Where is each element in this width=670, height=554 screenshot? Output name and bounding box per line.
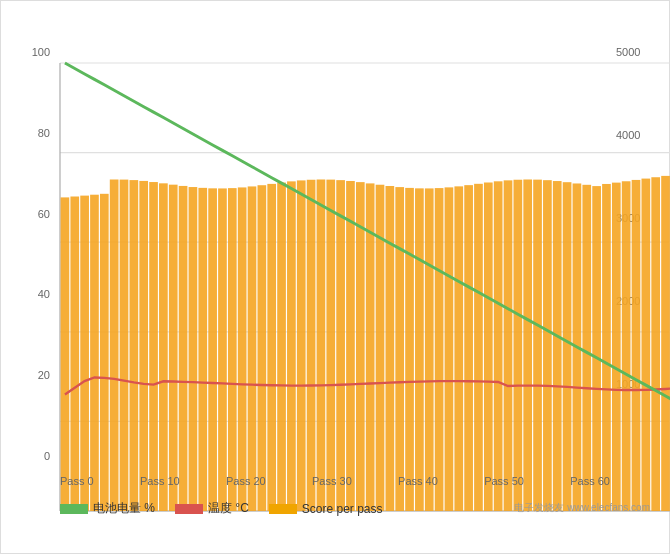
svg-rect-37 bbox=[346, 181, 355, 511]
svg-rect-62 bbox=[592, 186, 601, 511]
svg-rect-41 bbox=[386, 186, 395, 511]
svg-rect-59 bbox=[563, 182, 572, 511]
svg-rect-32 bbox=[297, 180, 306, 511]
x-axis: Pass 0 Pass 10 Pass 20 Pass 30 Pass 40 P… bbox=[60, 475, 610, 487]
svg-rect-18 bbox=[159, 183, 168, 511]
svg-rect-17 bbox=[149, 182, 158, 511]
legend-temperature-color bbox=[175, 504, 203, 514]
y-left-100: 100 bbox=[32, 47, 50, 58]
svg-rect-28 bbox=[258, 185, 267, 511]
svg-rect-51 bbox=[484, 182, 493, 511]
svg-rect-15 bbox=[130, 180, 139, 511]
x-pass50: Pass 50 bbox=[484, 475, 524, 487]
svg-rect-56 bbox=[533, 180, 542, 511]
y-left-80: 80 bbox=[38, 128, 50, 139]
svg-rect-33 bbox=[307, 180, 316, 511]
svg-rect-66 bbox=[632, 180, 641, 511]
svg-rect-63 bbox=[602, 184, 611, 511]
svg-rect-68 bbox=[651, 177, 660, 511]
svg-rect-31 bbox=[287, 181, 296, 511]
svg-rect-45 bbox=[425, 188, 434, 511]
legend-battery-label: 电池电量 % bbox=[93, 500, 155, 517]
svg-rect-27 bbox=[248, 186, 257, 511]
x-pass30: Pass 30 bbox=[312, 475, 352, 487]
y-axis-left: 100 80 60 40 20 0 bbox=[15, 47, 55, 462]
y-left-60: 60 bbox=[38, 209, 50, 220]
svg-rect-57 bbox=[543, 180, 552, 511]
svg-rect-22 bbox=[198, 188, 207, 511]
legend-score: Score per pass bbox=[269, 502, 383, 516]
svg-rect-10 bbox=[80, 196, 89, 511]
svg-rect-55 bbox=[523, 179, 532, 511]
svg-rect-53 bbox=[504, 180, 513, 511]
svg-rect-47 bbox=[445, 187, 454, 511]
legend-temperature-label: 温度 °C bbox=[208, 500, 249, 517]
svg-rect-8 bbox=[61, 197, 70, 511]
y-left-40: 40 bbox=[38, 289, 50, 300]
svg-rect-40 bbox=[376, 185, 385, 511]
x-pass20: Pass 20 bbox=[226, 475, 266, 487]
chart-container: 100 80 60 40 20 0 5000 4000 3000 2000 10… bbox=[15, 37, 655, 517]
legend-battery-color bbox=[60, 504, 88, 514]
x-pass0: Pass 0 bbox=[60, 475, 94, 487]
svg-rect-20 bbox=[179, 186, 188, 511]
svg-rect-46 bbox=[435, 188, 444, 511]
y-left-20: 20 bbox=[38, 370, 50, 381]
svg-rect-36 bbox=[336, 180, 345, 511]
svg-rect-69 bbox=[661, 176, 670, 511]
svg-rect-26 bbox=[238, 187, 247, 511]
svg-rect-34 bbox=[317, 179, 326, 511]
svg-rect-13 bbox=[110, 179, 119, 511]
svg-rect-48 bbox=[454, 186, 463, 511]
svg-rect-58 bbox=[553, 181, 562, 511]
svg-rect-35 bbox=[326, 180, 335, 511]
svg-rect-14 bbox=[120, 180, 129, 511]
svg-rect-9 bbox=[70, 197, 79, 511]
svg-rect-11 bbox=[90, 195, 99, 511]
svg-rect-38 bbox=[356, 182, 365, 511]
svg-rect-24 bbox=[218, 188, 227, 511]
svg-rect-50 bbox=[474, 184, 483, 511]
legend-score-color bbox=[269, 504, 297, 514]
legend-score-label: Score per pass bbox=[302, 502, 383, 516]
svg-rect-42 bbox=[395, 187, 404, 511]
svg-rect-21 bbox=[189, 187, 198, 511]
svg-rect-54 bbox=[514, 180, 523, 511]
svg-rect-25 bbox=[228, 188, 237, 511]
svg-rect-61 bbox=[582, 185, 591, 511]
svg-rect-29 bbox=[267, 184, 276, 511]
svg-rect-16 bbox=[139, 181, 148, 511]
svg-rect-12 bbox=[100, 194, 109, 511]
svg-rect-44 bbox=[415, 188, 424, 511]
svg-rect-43 bbox=[405, 188, 414, 511]
svg-rect-49 bbox=[464, 185, 473, 511]
x-pass60: Pass 60 bbox=[570, 475, 610, 487]
svg-rect-52 bbox=[494, 181, 503, 511]
legend-temperature: 温度 °C bbox=[175, 500, 249, 517]
x-pass40: Pass 40 bbox=[398, 475, 438, 487]
chart-svg bbox=[60, 47, 670, 527]
svg-rect-23 bbox=[208, 188, 217, 511]
svg-rect-65 bbox=[622, 181, 631, 511]
legend-battery: 电池电量 % bbox=[60, 500, 155, 517]
svg-rect-30 bbox=[277, 183, 286, 511]
x-pass10: Pass 10 bbox=[140, 475, 180, 487]
svg-rect-19 bbox=[169, 185, 178, 511]
svg-rect-67 bbox=[642, 179, 651, 511]
watermark: 电子发烧友 www.elecfans.com bbox=[514, 501, 650, 515]
chart-outer: 100 80 60 40 20 0 5000 4000 3000 2000 10… bbox=[0, 0, 670, 554]
svg-rect-64 bbox=[612, 183, 621, 511]
y-left-0: 0 bbox=[44, 451, 50, 462]
